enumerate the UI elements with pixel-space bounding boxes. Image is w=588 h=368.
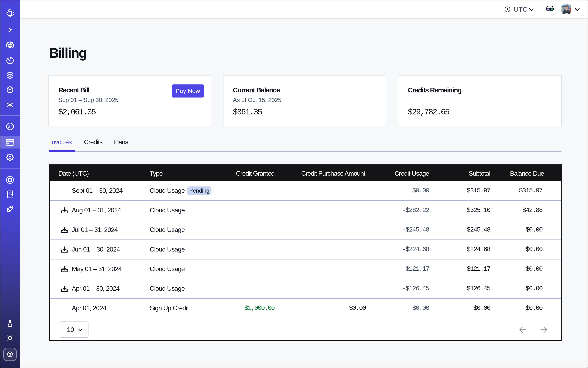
svg-text:$: $ xyxy=(9,352,11,356)
